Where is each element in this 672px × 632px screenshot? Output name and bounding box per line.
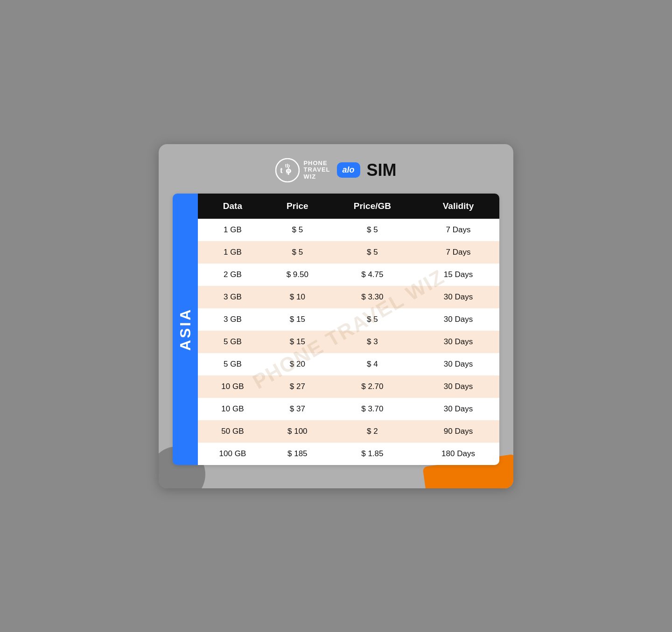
cell-validity: 30 Days — [417, 286, 499, 308]
table-row: 1 GB$ 5$ 57 Days — [198, 241, 499, 264]
table-header-row: Data Price Price/GB Validity — [198, 194, 499, 219]
cell-price_gb: $ 3 — [328, 331, 417, 353]
ptw-line2: TRAVEL — [303, 167, 330, 173]
cell-validity: 30 Days — [417, 375, 499, 398]
table-row: 5 GB$ 15$ 330 Days — [198, 331, 499, 353]
cell-price: $ 10 — [267, 286, 328, 308]
cell-price_gb: $ 3.70 — [328, 398, 417, 420]
cell-price: $ 27 — [267, 375, 328, 398]
cell-price_gb: $ 4 — [328, 353, 417, 375]
cell-price_gb: $ 5 — [328, 241, 417, 264]
table-row: 10 GB$ 37$ 3.7030 Days — [198, 398, 499, 420]
cell-validity: 30 Days — [417, 331, 499, 353]
ptw-logo: tb ⓑ t 𝛟 PHONE TRAVEL WIZ — [275, 158, 330, 182]
col-header-price: Price — [267, 194, 328, 219]
col-header-data: Data — [198, 194, 267, 219]
cell-price_gb: $ 1.85 — [328, 443, 417, 465]
cell-data: 50 GB — [198, 420, 267, 443]
cell-price: $ 9.50 — [267, 264, 328, 286]
cell-validity: 30 Days — [417, 308, 499, 331]
cell-price_gb: $ 2.70 — [328, 375, 417, 398]
cell-validity: 7 Days — [417, 241, 499, 264]
table-row: 1 GB$ 5$ 57 Days — [198, 219, 499, 241]
table-row: 5 GB$ 20$ 430 Days — [198, 353, 499, 375]
cell-price: $ 37 — [267, 398, 328, 420]
region-label: ASIA — [173, 194, 198, 465]
cell-data: 5 GB — [198, 353, 267, 375]
cell-data: 100 GB — [198, 443, 267, 465]
table-row: 50 GB$ 100$ 290 Days — [198, 420, 499, 443]
cell-price: $ 185 — [267, 443, 328, 465]
table-wrapper: ASIA PHONE TRAVEL WIZ Data Price Price/G… — [173, 194, 499, 465]
cell-data: 3 GB — [198, 286, 267, 308]
cell-data: 5 GB — [198, 331, 267, 353]
cell-data: 10 GB — [198, 375, 267, 398]
cell-price_gb: $ 3.30 — [328, 286, 417, 308]
cell-price: $ 100 — [267, 420, 328, 443]
ptw-text: PHONE TRAVEL WIZ — [303, 160, 330, 180]
ptw-line1: PHONE — [303, 160, 330, 167]
card: tb ⓑ t 𝛟 PHONE TRAVEL WIZ alo SIM ASIA P… — [159, 144, 513, 488]
cell-validity: 30 Days — [417, 398, 499, 420]
svg-text:𝛟: 𝛟 — [286, 166, 291, 175]
cell-price: $ 15 — [267, 331, 328, 353]
cell-price_gb: $ 2 — [328, 420, 417, 443]
sim-text: SIM — [367, 160, 397, 180]
table-row: 3 GB$ 15$ 530 Days — [198, 308, 499, 331]
cell-validity: 15 Days — [417, 264, 499, 286]
table-row: 2 GB$ 9.50$ 4.7515 Days — [198, 264, 499, 286]
table-body: 1 GB$ 5$ 57 Days1 GB$ 5$ 57 Days2 GB$ 9.… — [198, 219, 499, 465]
table-container: PHONE TRAVEL WIZ Data Price Price/GB Val… — [198, 194, 499, 465]
cell-data: 2 GB — [198, 264, 267, 286]
cell-validity: 90 Days — [417, 420, 499, 443]
alo-badge: alo — [337, 162, 360, 178]
cell-price: $ 15 — [267, 308, 328, 331]
table-row: 10 GB$ 27$ 2.7030 Days — [198, 375, 499, 398]
cell-data: 1 GB — [198, 219, 267, 241]
cell-price_gb: $ 4.75 — [328, 264, 417, 286]
header: tb ⓑ t 𝛟 PHONE TRAVEL WIZ alo SIM — [173, 158, 499, 182]
svg-text:t: t — [280, 166, 283, 175]
pricing-table: Data Price Price/GB Validity 1 GB$ 5$ 57… — [198, 194, 499, 465]
cell-price_gb: $ 5 — [328, 308, 417, 331]
cell-validity: 30 Days — [417, 353, 499, 375]
cell-validity: 7 Days — [417, 219, 499, 241]
ptw-line3: WIZ — [303, 174, 330, 180]
col-header-validity: Validity — [417, 194, 499, 219]
cell-validity: 180 Days — [417, 443, 499, 465]
cell-price: $ 5 — [267, 241, 328, 264]
cell-data: 3 GB — [198, 308, 267, 331]
cell-data: 10 GB — [198, 398, 267, 420]
ptw-icon: tb ⓑ t 𝛟 — [275, 158, 300, 182]
cell-price_gb: $ 5 — [328, 219, 417, 241]
cell-price: $ 20 — [267, 353, 328, 375]
table-row: 100 GB$ 185$ 1.85180 Days — [198, 443, 499, 465]
cell-data: 1 GB — [198, 241, 267, 264]
table-row: 3 GB$ 10$ 3.3030 Days — [198, 286, 499, 308]
col-header-price-gb: Price/GB — [328, 194, 417, 219]
cell-price: $ 5 — [267, 219, 328, 241]
